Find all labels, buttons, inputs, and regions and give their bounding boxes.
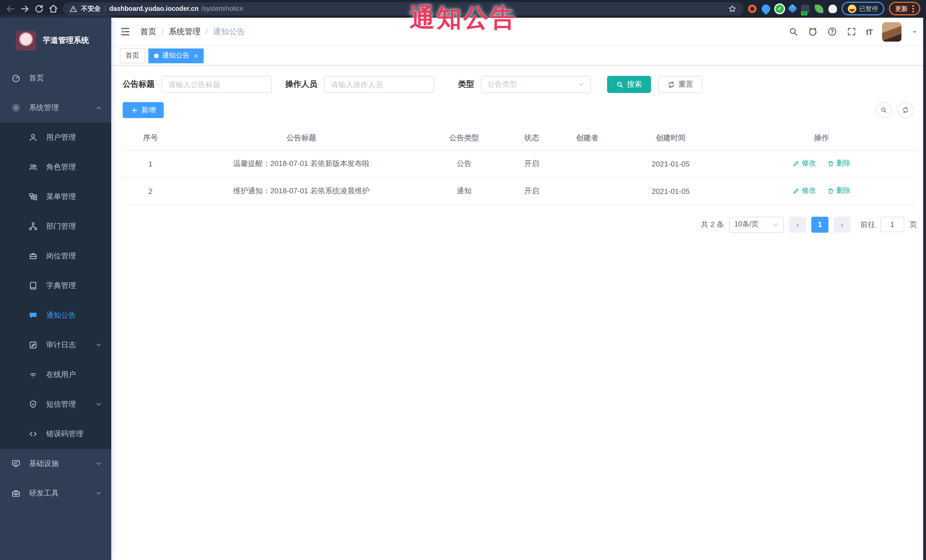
sidebar-item-label: 菜单管理 (46, 192, 76, 202)
sidebar-item-audit-log[interactable]: 审计日志 (0, 330, 111, 360)
sidebar-item-label: 角色管理 (46, 162, 76, 172)
font-size-icon[interactable]: tT (866, 27, 872, 36)
url-path: /system/notice (201, 5, 244, 12)
home-icon[interactable] (48, 4, 58, 14)
sidebar-item-dev-tools[interactable]: 研发工具 (0, 478, 111, 508)
security-label[interactable]: 不安全 (81, 4, 101, 13)
screen: 不安全 dashboard.yudao.iocoder.cn/system/no… (0, 0, 926, 560)
back-icon[interactable] (6, 4, 15, 14)
extension-switch-icon[interactable]: on (801, 4, 809, 13)
search-icon[interactable] (788, 27, 798, 36)
reset-button[interactable]: 重置 (658, 76, 702, 93)
update-label[interactable]: 更新 (895, 4, 908, 13)
pagination: 共 2 条 10条/页 ‹ 1 › 前往 页 (123, 216, 917, 232)
peoples-icon (29, 163, 38, 172)
logo-image (16, 30, 36, 50)
divider (105, 5, 105, 12)
extension-check-icon[interactable]: ✓ (775, 4, 784, 13)
sidebar-item-dict[interactable]: 字典管理 (0, 271, 111, 300)
reload-icon[interactable] (34, 4, 44, 14)
paused-extension-badge[interactable]: 已暂停 (841, 2, 884, 15)
tab-home[interactable]: 首页 (120, 48, 145, 63)
edit-button[interactable]: 修改 (793, 159, 816, 169)
browser-menu-icon[interactable] (912, 5, 914, 12)
table-tools (876, 102, 914, 118)
close-tab-icon[interactable]: × (194, 52, 198, 59)
cell-title: 维护通知：2018-07-01 若依系统凌晨维护 (178, 177, 425, 205)
sidebar-item-error-codes[interactable]: 错误码管理 (0, 419, 111, 449)
extension-donut-icon[interactable] (748, 4, 757, 13)
scrollbar[interactable] (923, 18, 926, 560)
fullscreen-icon[interactable] (847, 27, 856, 36)
refresh-icon (667, 81, 675, 88)
toggle-search-button[interactable] (876, 102, 892, 118)
page-1-button[interactable]: 1 (811, 216, 828, 232)
search-button[interactable]: 搜索 (607, 76, 651, 93)
goto-page-input[interactable] (881, 217, 904, 232)
github-icon[interactable] (808, 27, 818, 36)
delete-label: 删除 (837, 159, 851, 169)
page-size-select[interactable]: 10条/页 (729, 216, 784, 232)
notice-title-input[interactable] (162, 76, 272, 93)
plus-icon (131, 106, 138, 114)
extension-gem-icon[interactable] (788, 4, 797, 14)
forward-icon[interactable] (20, 4, 30, 14)
edit-label: 修改 (802, 186, 816, 196)
sidebar-item-system[interactable]: 系统管理 (0, 93, 111, 122)
extension-leaf-icon[interactable] (815, 4, 823, 13)
sidebar-item-infrastructure[interactable]: 基础设施 (0, 449, 111, 478)
help-icon[interactable] (827, 27, 837, 36)
type-select[interactable]: 公告类型 (481, 76, 591, 93)
cell-actions: 修改 删除 (726, 150, 917, 177)
sidebar-item-users[interactable]: 用户管理 (0, 122, 111, 152)
sidebar-item-label: 用户管理 (46, 132, 76, 143)
type-label: 类型 (458, 79, 474, 89)
emoji-avatar-icon (848, 4, 856, 13)
collapse-sidebar-icon[interactable] (120, 26, 131, 37)
search-button-label: 搜索 (627, 79, 642, 89)
sidebar-item-departments[interactable]: 部门管理 (0, 211, 111, 241)
delete-button[interactable]: 删除 (827, 159, 851, 169)
chevron-up-icon (95, 104, 102, 111)
notice-table: 序号 公告标题 公告类型 状态 创建者 创建时间 操作 1 温馨提醒：2018- (123, 126, 917, 205)
edit-button[interactable]: 修改 (793, 186, 816, 196)
bookmark-star-icon[interactable] (728, 4, 737, 13)
main-area: 首页 / 系统管理 / 通知公告 tT 首页 (111, 18, 926, 560)
cell-index: 1 (123, 150, 178, 177)
sidebar-item-label: 部门管理 (46, 221, 76, 231)
cell-creator (560, 150, 615, 177)
cell-creator (560, 177, 615, 205)
online-icon (29, 370, 38, 379)
sidebar-item-label: 在线用户 (46, 370, 76, 380)
operator-input[interactable] (324, 76, 434, 93)
caret-down-icon[interactable] (911, 28, 918, 35)
sidebar-item-sms[interactable]: 短信管理 (0, 389, 111, 419)
chevron-down-icon (95, 490, 102, 497)
tab-notice[interactable]: 通知公告 × (148, 48, 204, 63)
sidebar-logo[interactable]: 芋道管理系统 (0, 18, 111, 63)
page-content: 公告标题 操作人员 类型 公告类型 (111, 66, 926, 560)
sidebar-item-roles[interactable]: 角色管理 (0, 152, 111, 182)
add-button[interactable]: 新增 (123, 102, 164, 118)
sidebar-item-label: 系统管理 (29, 103, 59, 113)
goto-label: 前往 (860, 219, 875, 229)
browser-update-button[interactable]: 更新 (889, 2, 920, 15)
address-bar[interactable]: 不安全 dashboard.yudao.iocoder.cn/system/no… (63, 2, 743, 15)
breadcrumb-system[interactable]: 系统管理 (169, 27, 201, 37)
sidebar-item-posts[interactable]: 岗位管理 (0, 241, 111, 271)
next-page-button[interactable]: › (834, 216, 851, 232)
breadcrumb-home[interactable]: 首页 (140, 27, 156, 37)
col-title: 公告标题 (178, 126, 425, 150)
sidebar-item-notice[interactable]: 通知公告 (0, 300, 111, 330)
edit-icon (793, 160, 799, 167)
delete-button[interactable]: 删除 (827, 186, 851, 196)
sidebar-item-home[interactable]: 首页 (0, 63, 111, 93)
sidebar-item-online-users[interactable]: 在线用户 (0, 360, 111, 389)
extension-pin-icon[interactable] (760, 3, 772, 15)
refresh-table-button[interactable] (897, 102, 914, 118)
extension-ghost-icon[interactable] (828, 4, 837, 13)
col-creator: 创建者 (560, 126, 615, 150)
sidebar-item-menus[interactable]: 菜单管理 (0, 182, 111, 211)
prev-page-button[interactable]: ‹ (789, 216, 806, 232)
user-avatar[interactable] (882, 22, 902, 41)
